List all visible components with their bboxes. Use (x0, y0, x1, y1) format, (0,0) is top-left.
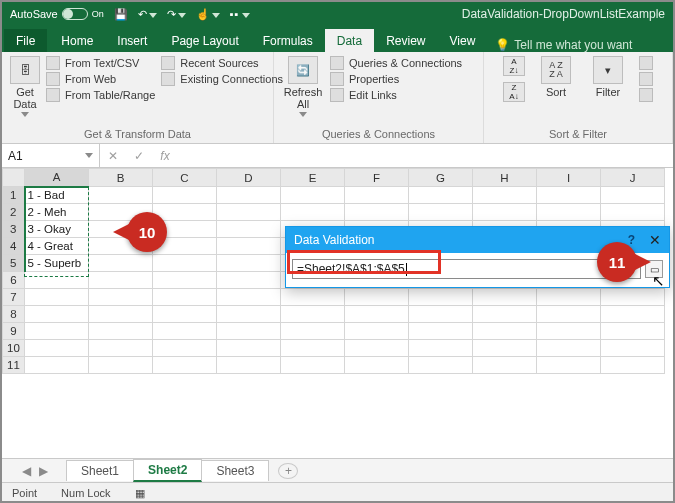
row-header[interactable]: 10 (3, 340, 25, 357)
properties[interactable]: Properties (330, 72, 462, 86)
cell[interactable] (345, 204, 409, 221)
col-header-J[interactable]: J (601, 169, 665, 187)
cell[interactable] (25, 289, 89, 306)
cell[interactable] (153, 306, 217, 323)
edit-links[interactable]: Edit Links (330, 88, 462, 102)
recent-sources[interactable]: Recent Sources (161, 56, 283, 70)
cell[interactable] (345, 187, 409, 204)
enter-icon[interactable]: ✓ (126, 149, 152, 163)
col-header-A[interactable]: A (25, 169, 89, 187)
touch-mode-icon[interactable]: ☝ (196, 8, 220, 21)
sheet-tab-sheet3[interactable]: Sheet3 (201, 460, 269, 481)
cell[interactable] (537, 306, 601, 323)
sheet-tab-sheet1[interactable]: Sheet1 (66, 460, 134, 481)
cell[interactable] (601, 306, 665, 323)
cell[interactable] (473, 323, 537, 340)
row-header[interactable]: 8 (3, 306, 25, 323)
add-sheet-button[interactable]: + (278, 463, 298, 479)
row-header[interactable]: 9 (3, 323, 25, 340)
source-input[interactable]: =Sheet2!$A$1:$A$5 (292, 259, 641, 279)
cell[interactable] (473, 340, 537, 357)
cell[interactable] (409, 340, 473, 357)
row-header[interactable]: 2 (3, 204, 25, 221)
clear-filter[interactable] (639, 56, 653, 70)
row-header[interactable]: 1 (3, 187, 25, 204)
cell[interactable]: 1 - Bad (25, 187, 89, 204)
cell[interactable] (281, 357, 345, 374)
col-header-C[interactable]: C (153, 169, 217, 187)
tab-file[interactable]: File (4, 29, 47, 52)
cell[interactable] (89, 255, 153, 272)
cell[interactable] (217, 187, 281, 204)
cell[interactable] (345, 357, 409, 374)
undo-icon[interactable]: ↶ (138, 8, 157, 21)
cell[interactable] (409, 187, 473, 204)
cell[interactable] (25, 340, 89, 357)
cell[interactable] (217, 289, 281, 306)
cell[interactable] (281, 289, 345, 306)
cell[interactable]: 2 - Meh (25, 204, 89, 221)
row-header[interactable]: 3 (3, 221, 25, 238)
col-header-F[interactable]: F (345, 169, 409, 187)
row-header[interactable]: 4 (3, 238, 25, 255)
cell[interactable] (473, 357, 537, 374)
cell[interactable] (25, 323, 89, 340)
save-icon[interactable]: 💾 (114, 8, 128, 21)
cell[interactable] (217, 272, 281, 289)
sheet-nav[interactable]: ◀▶ (22, 464, 48, 478)
cell[interactable] (153, 272, 217, 289)
cell[interactable] (25, 357, 89, 374)
cell[interactable] (153, 340, 217, 357)
cell[interactable] (281, 306, 345, 323)
cell[interactable] (473, 204, 537, 221)
cell[interactable] (281, 204, 345, 221)
cell[interactable] (217, 204, 281, 221)
cell[interactable] (601, 340, 665, 357)
cell[interactable] (153, 255, 217, 272)
row-header[interactable]: 11 (3, 357, 25, 374)
col-header-D[interactable]: D (217, 169, 281, 187)
col-header-G[interactable]: G (409, 169, 473, 187)
prev-sheet-icon[interactable]: ◀ (22, 464, 31, 478)
cell[interactable] (409, 289, 473, 306)
cell[interactable] (217, 340, 281, 357)
tab-data[interactable]: Data (325, 29, 374, 52)
cell[interactable] (409, 204, 473, 221)
cell[interactable] (537, 204, 601, 221)
cell[interactable] (537, 323, 601, 340)
cell[interactable] (153, 289, 217, 306)
cell[interactable] (217, 255, 281, 272)
cell[interactable] (601, 204, 665, 221)
cell[interactable] (345, 289, 409, 306)
advanced-filter[interactable] (639, 88, 653, 102)
cell[interactable] (537, 187, 601, 204)
account-icon[interactable]: ▪▪ (230, 8, 250, 20)
cell[interactable] (601, 187, 665, 204)
cell[interactable] (409, 323, 473, 340)
refresh-all-button[interactable]: 🔄 Refresh All (282, 56, 324, 117)
close-icon[interactable]: ✕ (649, 232, 661, 248)
cell[interactable] (89, 323, 153, 340)
cell[interactable] (217, 323, 281, 340)
cell[interactable]: 4 - Great (25, 238, 89, 255)
cell[interactable] (153, 323, 217, 340)
filter-button[interactable]: ▾ Filter (587, 56, 629, 98)
cell[interactable] (89, 340, 153, 357)
cell[interactable] (217, 221, 281, 238)
autosave-toggle[interactable]: AutoSave On (10, 8, 104, 20)
tab-page-layout[interactable]: Page Layout (159, 29, 250, 52)
cell[interactable] (473, 306, 537, 323)
tab-insert[interactable]: Insert (105, 29, 159, 52)
cell[interactable] (217, 306, 281, 323)
cell[interactable] (345, 340, 409, 357)
sort-az-za[interactable]: AZ↓ ZA↓ (503, 56, 525, 102)
next-sheet-icon[interactable]: ▶ (39, 464, 48, 478)
get-data-button[interactable]: 🗄 Get Data (10, 56, 40, 117)
cell[interactable] (345, 323, 409, 340)
existing-connections[interactable]: Existing Connections (161, 72, 283, 86)
cell[interactable] (153, 357, 217, 374)
cell[interactable] (601, 323, 665, 340)
col-header-E[interactable]: E (281, 169, 345, 187)
row-header[interactable]: 7 (3, 289, 25, 306)
cell[interactable] (25, 272, 89, 289)
